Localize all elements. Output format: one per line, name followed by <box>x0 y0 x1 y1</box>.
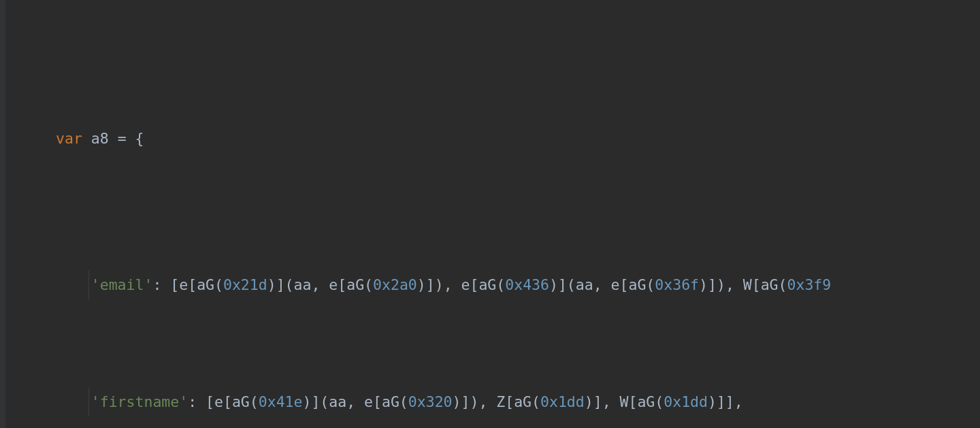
code-line[interactable]: 'email': [e[aG(0x21d)](aa, e[aG(0x2a0)])… <box>5 270 980 299</box>
keyword-var: var <box>56 130 82 147</box>
object-key: 'firstname' <box>91 393 188 410</box>
gutter <box>0 0 5 428</box>
object-key: 'email' <box>91 276 153 293</box>
code-line[interactable]: var a8 = { <box>5 124 980 153</box>
identifier: a8 <box>91 130 109 147</box>
object-value: : [e[aG(0x41e)](aa, e[aG(0x320)]), Z[aG(… <box>188 393 743 410</box>
code-editor[interactable]: var a8 = { 'email': [e[aG(0x21d)](aa, e[… <box>5 0 980 428</box>
code-line[interactable]: 'firstname': [e[aG(0x41e)](aa, e[aG(0x32… <box>5 387 980 416</box>
object-value: : [e[aG(0x21d)](aa, e[aG(0x2a0)]), e[aG(… <box>152 276 831 293</box>
